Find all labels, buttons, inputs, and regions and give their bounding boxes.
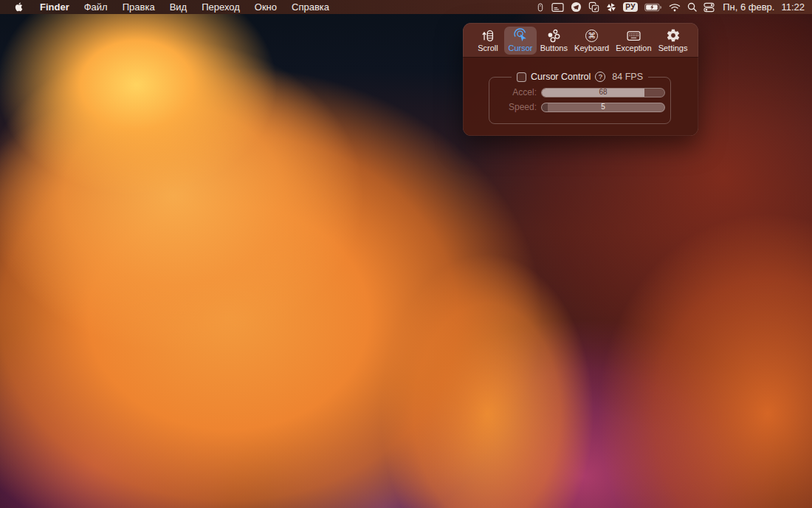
battery-icon[interactable]: [644, 3, 662, 12]
cursor-click-icon: [513, 28, 529, 44]
input-source-badge[interactable]: РУ: [623, 2, 638, 12]
tab-scroll-label: Scroll: [478, 44, 498, 52]
speed-slider-row: Speed: 5: [489, 102, 670, 112]
fan-icon[interactable]: [606, 2, 616, 13]
tab-settings-label: Settings: [658, 44, 688, 52]
tab-cursor-label: Cursor: [508, 44, 532, 52]
menu-bar: Finder Файл Правка Вид Переход Окно Спра…: [0, 0, 812, 14]
cursor-control-label: Cursor Control: [531, 72, 591, 82]
clock-date: Пн, 6 февр.: [723, 1, 774, 13]
accel-slider[interactable]: 68: [541, 88, 665, 97]
menu-go[interactable]: Переход: [194, 0, 247, 14]
wifi-icon[interactable]: [669, 3, 681, 12]
speed-slider[interactable]: 5: [541, 103, 665, 112]
tab-buttons[interactable]: Buttons: [537, 27, 571, 55]
popover-tab-bar: Scroll Cursor: [463, 23, 698, 57]
cursor-tab-content: Cursor Control ? 84 FPS Accel: 68 Speed:: [463, 57, 698, 136]
cursor-control-checkbox[interactable]: [517, 72, 526, 82]
help-icon[interactable]: ?: [595, 72, 605, 82]
mouse-settings-popover: Scroll Cursor: [463, 23, 698, 136]
cursor-control-group: Cursor Control ? 84 FPS Accel: 68 Speed:: [489, 72, 671, 124]
app-list-icon: [626, 28, 641, 44]
display-icon[interactable]: [551, 2, 564, 13]
tab-exception[interactable]: Exception: [613, 27, 655, 55]
tab-keyboard-label: Keyboard: [574, 44, 609, 52]
speed-value: 5: [542, 103, 664, 111]
menu-file[interactable]: Файл: [77, 0, 115, 14]
accel-label: Accel:: [498, 87, 537, 97]
menu-bar-status-area: РУ: [536, 0, 812, 14]
tab-keyboard[interactable]: ⌘ Keyboard: [571, 27, 613, 55]
tab-scroll[interactable]: Scroll: [472, 27, 504, 55]
window-switcher-icon[interactable]: [588, 1, 599, 13]
speed-label: Speed:: [498, 102, 537, 112]
menu-help[interactable]: Справка: [284, 0, 337, 14]
menu-app-name[interactable]: Finder: [32, 0, 77, 14]
cursor-control-header: Cursor Control ? 84 FPS: [517, 72, 643, 82]
menu-bar-left: Finder Файл Правка Вид Переход Окно Спра…: [0, 0, 337, 14]
tab-settings[interactable]: Settings: [655, 27, 691, 55]
mouse-buttons-icon: [546, 28, 562, 44]
gear-icon: [666, 28, 681, 44]
scroll-wheel-icon: [481, 28, 496, 44]
apple-logo-icon: [14, 1, 24, 13]
menu-window[interactable]: Окно: [247, 0, 284, 14]
telegram-icon[interactable]: [571, 1, 582, 13]
desktop: Finder Файл Правка Вид Переход Окно Спра…: [0, 0, 812, 508]
mouse-utility-icon[interactable]: [536, 1, 545, 13]
accel-value: 68: [542, 89, 664, 97]
apple-menu[interactable]: [8, 0, 32, 14]
clock-time: 11:22: [781, 1, 805, 13]
accel-slider-row: Accel: 68: [489, 87, 670, 97]
command-key-icon: ⌘: [585, 28, 598, 44]
menu-bar-clock[interactable]: Пн, 6 февр. 11:22: [721, 1, 805, 13]
fps-readout: 84 FPS: [612, 72, 643, 82]
menu-edit[interactable]: Правка: [115, 0, 162, 14]
tab-exception-label: Exception: [616, 44, 651, 52]
search-icon[interactable]: [687, 2, 697, 12]
tab-cursor[interactable]: Cursor: [504, 27, 537, 55]
menu-view[interactable]: Вид: [162, 0, 195, 14]
tab-buttons-label: Buttons: [540, 44, 568, 52]
toggles-icon[interactable]: [703, 2, 715, 13]
